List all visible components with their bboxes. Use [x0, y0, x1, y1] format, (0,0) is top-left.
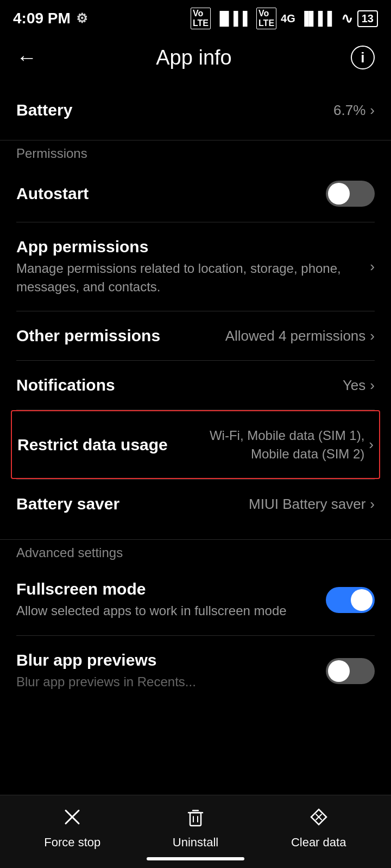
autostart-row[interactable]: Autostart	[16, 165, 375, 222]
volte-icon: VoLTE	[191, 8, 211, 29]
restrict-data-usage-value: Wi-Fi, Mobile data (SIM 1), Mobile data …	[200, 426, 364, 463]
other-permissions-row[interactable]: Other permissions Allowed 4 permissions …	[16, 311, 375, 360]
bottom-spacer	[0, 706, 391, 804]
other-permissions-chevron-icon: ›	[370, 328, 375, 344]
clear-data-action[interactable]: Clear data	[286, 806, 351, 850]
uninstall-icon	[185, 806, 206, 831]
signal1-icon: ▐▌▌▌	[215, 11, 252, 26]
status-bar: 4:09 PM ⚙ VoLTE ▐▌▌▌ VoLTE 4G ▐▌▌▌ ∿ 13	[0, 0, 391, 35]
restrict-data-usage-row[interactable]: Restrict data usage Wi-Fi, Mobile data (…	[11, 410, 380, 479]
battery-saver-value: MIUI Battery saver	[249, 496, 365, 513]
uninstall-label: Uninstall	[173, 835, 218, 850]
force-stop-label: Force stop	[44, 835, 100, 850]
status-left: 4:09 PM ⚙	[13, 10, 88, 27]
status-right: VoLTE ▐▌▌▌ VoLTE 4G ▐▌▌▌ ∿ 13	[191, 8, 378, 29]
fullscreen-mode-row[interactable]: Fullscreen mode Allow selected apps to w…	[16, 565, 375, 635]
notifications-value: Yes	[343, 377, 365, 394]
battery-label: Battery	[16, 101, 325, 119]
battery-saver-chevron-icon: ›	[370, 496, 375, 513]
status-time: 4:09 PM	[13, 10, 71, 27]
force-stop-icon	[61, 806, 83, 831]
app-permissions-chevron-icon: ›	[370, 258, 375, 275]
advanced-settings-label: Advanced settings	[16, 540, 375, 565]
bottom-actions: Force stop Uninstall	[0, 806, 391, 850]
clear-data-label: Clear data	[291, 835, 346, 850]
battery-value: 6.7%	[333, 102, 365, 119]
app-permissions-subtitle: Manage permissions related to location, …	[16, 259, 361, 296]
restrict-data-usage-chevron-icon: ›	[369, 436, 374, 453]
restrict-data-usage-label: Restrict data usage	[17, 436, 191, 454]
page-title: App info	[156, 46, 231, 69]
battery-section: Battery 6.7% ›	[0, 86, 391, 140]
wifi-icon: ∿	[341, 10, 353, 27]
permissions-section-label: Permissions	[16, 141, 375, 165]
permissions-section: Permissions Autostart App permissions Ma…	[0, 141, 391, 528]
advanced-settings-section: Advanced settings Fullscreen mode Allow …	[0, 540, 391, 706]
home-indicator	[147, 857, 244, 860]
other-permissions-label: Other permissions	[16, 327, 217, 345]
fullscreen-mode-toggle[interactable]	[326, 587, 375, 613]
blur-app-previews-subtitle: Blur app previews in Recents...	[16, 673, 317, 691]
app-permissions-row[interactable]: App permissions Manage permissions relat…	[16, 222, 375, 311]
battery-level: 13	[362, 12, 374, 24]
force-stop-action[interactable]: Force stop	[40, 806, 105, 850]
other-permissions-value: Allowed 4 permissions	[225, 328, 366, 344]
clear-data-icon	[308, 806, 330, 831]
blur-app-previews-label: Blur app previews	[16, 651, 317, 669]
blur-app-previews-toggle-knob	[328, 660, 350, 682]
autostart-label: Autostart	[16, 184, 317, 203]
back-button[interactable]: ←	[16, 46, 37, 69]
notifications-row[interactable]: Notifications Yes ›	[16, 361, 375, 410]
battery-saver-label: Battery saver	[16, 495, 240, 513]
bottom-bar: Force stop Uninstall	[0, 795, 391, 868]
blur-app-previews-toggle[interactable]	[326, 658, 375, 684]
settings-icon: ⚙	[76, 11, 88, 26]
notifications-label: Notifications	[16, 376, 334, 394]
uninstall-action[interactable]: Uninstall	[163, 806, 228, 850]
svg-rect-2	[190, 813, 201, 826]
fourgicon: 4G	[281, 12, 295, 25]
info-button[interactable]: i	[351, 46, 375, 69]
battery-saver-row[interactable]: Battery saver MIUI Battery saver ›	[16, 480, 375, 528]
autostart-toggle-knob	[328, 183, 350, 205]
battery-indicator: 13	[357, 10, 378, 27]
notifications-chevron-icon: ›	[370, 377, 375, 394]
fullscreen-mode-toggle-knob	[351, 589, 373, 611]
autostart-toggle[interactable]	[326, 181, 375, 207]
volte2-icon: VoLTE	[256, 8, 276, 29]
fullscreen-mode-label: Fullscreen mode	[16, 580, 317, 598]
app-permissions-label: App permissions	[16, 238, 361, 256]
battery-row[interactable]: Battery 6.7% ›	[16, 86, 375, 135]
fullscreen-mode-subtitle: Allow selected apps to work in fullscree…	[16, 602, 317, 620]
signal2-icon: ▐▌▌▌	[300, 11, 337, 26]
header: ← App info i	[0, 35, 391, 86]
blur-app-previews-row[interactable]: Blur app previews Blur app previews in R…	[16, 636, 375, 706]
battery-chevron-icon: ›	[370, 102, 375, 119]
